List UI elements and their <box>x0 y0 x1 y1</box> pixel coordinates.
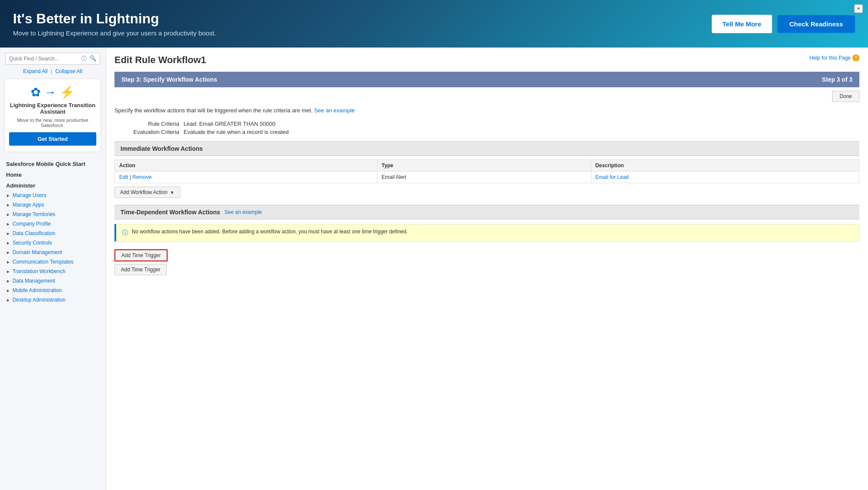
banner-text: It's Better in Lightning Move to Lightni… <box>13 11 216 37</box>
main-content: Edit Rule Workflow1 Help for this Page ?… <box>106 48 868 490</box>
evaluation-criteria-value: Evaluate the rule when a record is creat… <box>184 129 289 135</box>
time-see-example-link[interactable]: See an example <box>225 209 262 215</box>
action-separator: | <box>130 174 131 180</box>
arrow-icon: → <box>44 86 60 99</box>
expand-collapse-links: Expand All | Collapse All <box>0 68 105 74</box>
sidebar-item-label: Communication Templates <box>13 259 73 265</box>
rule-criteria-row: Rule Criteria Lead: Email GREATER THAN 5… <box>114 121 859 127</box>
flower-icon: ✿ <box>31 86 41 99</box>
get-started-button[interactable]: Get Started <box>9 132 96 146</box>
workflow-table: Action Type Description Edit | Remove Em… <box>114 159 859 183</box>
see-example-link[interactable]: See an example <box>314 107 355 114</box>
evaluation-criteria-row: Evaluation Criteria Evaluate the rule wh… <box>114 129 859 135</box>
arrow-icon-security-controls: ► <box>6 241 10 245</box>
info-icon: ⓘ <box>122 229 128 237</box>
sidebar-item-label: Manage Users <box>13 192 46 198</box>
arrow-icon-manage-apps: ► <box>6 203 10 207</box>
sidebar-item-data-management[interactable]: ► Data Management <box>0 276 105 286</box>
sidebar: ⓘ 🔍 Expand All | Collapse All ✿ → ⚡ Ligh… <box>0 48 106 490</box>
sidebar-item-label: Data Classification <box>13 230 55 236</box>
lightning-banner: It's Better in Lightning Move to Lightni… <box>0 0 868 48</box>
help-icon: ? <box>852 54 859 61</box>
step-header: Step 3: Specify Workflow Actions Step 3 … <box>114 72 859 87</box>
collapse-all-link[interactable]: Collapse All <box>55 68 82 74</box>
arrow-icon-manage-territories: ► <box>6 212 10 217</box>
sidebar-quick-start[interactable]: Salesforce Mobile Quick Start <box>0 158 105 169</box>
arrow-icon-company-profile: ► <box>6 222 10 226</box>
lightning-icons: ✿ → ⚡ <box>9 85 96 99</box>
arrow-icon-data-classification: ► <box>6 231 10 236</box>
sidebar-item-manage-users[interactable]: ► Manage Users <box>0 191 105 200</box>
banner-subtitle: Move to Lightning Experience and give yo… <box>13 29 216 37</box>
sidebar-item-label: Translation Workbench <box>13 268 66 274</box>
col-action: Action <box>115 160 377 172</box>
table-row: Edit | Remove Email Alert Email for Lead <box>115 172 859 183</box>
search-input[interactable] <box>9 56 70 62</box>
page-header: Edit Rule Workflow1 Help for this Page ? <box>114 54 859 66</box>
rule-criteria-label: Rule Criteria <box>114 121 184 127</box>
immediate-section-header: Immediate Workflow Actions <box>114 141 859 156</box>
check-readiness-button[interactable]: Check Readiness <box>777 15 855 33</box>
search-box[interactable]: ⓘ 🔍 <box>5 53 100 65</box>
arrow-icon-communication-templates: ► <box>6 260 10 264</box>
help-link[interactable]: Help for this Page ? <box>810 54 859 61</box>
page-title: Edit Rule Workflow1 <box>114 54 206 66</box>
expand-all-link[interactable]: Expand All <box>23 68 48 74</box>
sidebar-item-domain-management[interactable]: ► Domain Management <box>0 248 105 257</box>
add-time-trigger-button[interactable]: Add Time Trigger <box>114 249 168 261</box>
sidebar-item-label: Company Profile <box>13 221 51 227</box>
time-section-header: Time-Dependent Workflow Actions See an e… <box>114 205 859 220</box>
dropdown-arrow-icon: ▼ <box>170 190 174 195</box>
search-icons: ⓘ 🔍 <box>81 55 96 63</box>
sidebar-item-company-profile[interactable]: ► Company Profile <box>0 219 105 229</box>
sidebar-item-label: Data Management <box>13 278 55 284</box>
help-label: Help for this Page <box>810 55 851 61</box>
add-time-trigger-plain-button[interactable]: Add Time Trigger <box>114 264 167 275</box>
sidebar-item-manage-territories[interactable]: ► Manage Territories <box>0 210 105 219</box>
lightning-box: ✿ → ⚡ Lightning Experience Transition As… <box>4 79 101 152</box>
banner-close-button[interactable]: × <box>854 4 863 13</box>
arrow-icon-data-management: ► <box>6 279 10 283</box>
sidebar-item-label: Manage Territories <box>13 211 55 217</box>
description-link[interactable]: Email for Lead <box>596 174 629 180</box>
type-cell: Email Alert <box>377 172 591 183</box>
lightning-box-desc: Move to the new, more productive Salesfo… <box>9 118 96 128</box>
sidebar-item-label: Desktop Administration <box>13 297 66 303</box>
bolt-icon: ⚡ <box>60 86 75 99</box>
add-workflow-action-button[interactable]: Add Workflow Action ▼ <box>114 187 180 198</box>
info-message: No workflow actions have been added. Bef… <box>132 229 408 235</box>
col-description: Description <box>591 160 859 172</box>
sidebar-item-label: Domain Management <box>13 249 62 255</box>
tell-me-more-button[interactable]: Tell Me More <box>712 15 772 33</box>
lightning-box-title: Lightning Experience Transition Assistan… <box>9 102 96 115</box>
col-type: Type <box>377 160 591 172</box>
sidebar-administer: Administer <box>0 180 105 191</box>
arrow-icon-desktop-administration: ► <box>6 298 10 302</box>
search-icon: 🔍 <box>89 55 96 63</box>
description-text: Specify the workflow actions that will b… <box>114 107 313 114</box>
sidebar-item-communication-templates[interactable]: ► Communication Templates <box>0 257 105 267</box>
criteria-table: Rule Criteria Lead: Email GREATER THAN 5… <box>114 121 859 135</box>
sidebar-item-mobile-administration[interactable]: ► Mobile Administration <box>0 286 105 295</box>
sidebar-item-label: Manage Apps <box>13 202 44 208</box>
sidebar-item-manage-apps[interactable]: ► Manage Apps <box>0 200 105 210</box>
arrow-icon-manage-users: ► <box>6 193 10 198</box>
description-cell: Email for Lead <box>591 172 859 183</box>
done-button[interactable]: Done <box>832 91 859 102</box>
sidebar-item-label: Security Controls <box>13 240 52 246</box>
evaluation-criteria-label: Evaluation Criteria <box>114 129 184 135</box>
sidebar-item-security-controls[interactable]: ► Security Controls <box>0 238 105 248</box>
banner-title: It's Better in Lightning <box>13 11 216 27</box>
banner-actions: Tell Me More Check Readiness <box>712 15 855 33</box>
immediate-section-label: Immediate Workflow Actions <box>120 145 203 152</box>
sidebar-item-translation-workbench[interactable]: ► Translation Workbench <box>0 267 105 276</box>
edit-link[interactable]: Edit <box>119 174 128 180</box>
sidebar-home[interactable]: Home <box>0 169 105 180</box>
remove-link[interactable]: Remove <box>133 174 152 180</box>
sidebar-item-label: Mobile Administration <box>13 287 62 293</box>
step-indicator: Step 3 of 3 <box>822 76 852 83</box>
sidebar-item-data-classification[interactable]: ► Data Classification <box>0 229 105 238</box>
sidebar-item-desktop-administration[interactable]: ► Desktop Administration <box>0 295 105 305</box>
step-label: Step 3: Specify Workflow Actions <box>121 76 217 83</box>
rule-criteria-value: Lead: Email GREATER THAN 50000 <box>184 121 276 127</box>
